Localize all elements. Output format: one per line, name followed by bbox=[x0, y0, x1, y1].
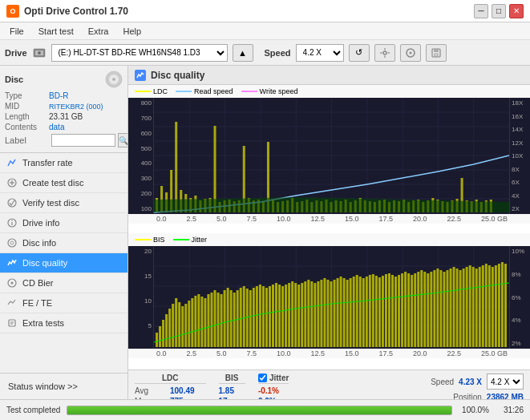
media-button[interactable] bbox=[400, 44, 421, 62]
legend-write-speed: Write speed bbox=[241, 87, 298, 95]
bottom-chart-y-axis-right: 10% 8% 6% 4% 2% bbox=[509, 246, 530, 349]
progress-percent: 100.0% bbox=[459, 406, 489, 414]
svg-rect-183 bbox=[320, 280, 322, 347]
svg-rect-199 bbox=[372, 274, 374, 347]
legend-jitter-color bbox=[173, 239, 189, 240]
svg-rect-187 bbox=[334, 280, 336, 347]
sidebar-item-create-test-disc[interactable]: Create test disc bbox=[0, 173, 127, 193]
svg-rect-152 bbox=[220, 294, 223, 347]
sidebar-item-extra-tests[interactable]: Extra tests bbox=[0, 313, 127, 333]
svg-rect-213 bbox=[417, 272, 419, 347]
close-button[interactable]: ✕ bbox=[509, 4, 524, 18]
eject-button[interactable]: ▲ bbox=[233, 44, 253, 62]
bottom-chart-area: 20 15 10 5 bbox=[128, 246, 530, 349]
svg-rect-145 bbox=[197, 294, 200, 347]
svg-rect-235 bbox=[488, 265, 491, 347]
drive-label: Drive bbox=[5, 48, 27, 58]
svg-rect-220 bbox=[439, 270, 442, 347]
sidebar-item-verify-test-disc[interactable]: Verify test disc bbox=[0, 193, 127, 213]
svg-rect-239 bbox=[501, 262, 504, 347]
sidebar-item-cd-bier[interactable]: CD Bier bbox=[0, 273, 127, 293]
svg-point-3 bbox=[38, 52, 40, 54]
svg-rect-185 bbox=[326, 280, 329, 347]
disc-mid-value: RITEKBR2 (000) bbox=[49, 103, 103, 111]
svg-rect-142 bbox=[188, 301, 190, 347]
svg-rect-223 bbox=[449, 269, 451, 347]
bottom-chart-y-axis-left: 20 15 10 5 bbox=[128, 246, 154, 349]
svg-point-26 bbox=[10, 241, 14, 244]
menu-file[interactable]: File bbox=[3, 25, 30, 38]
svg-rect-214 bbox=[420, 270, 423, 347]
speed-dropdown[interactable]: 4.2 X bbox=[487, 374, 524, 390]
svg-rect-200 bbox=[375, 276, 378, 347]
disc-label-button[interactable]: 🔍 bbox=[118, 133, 128, 147]
sidebar-item-transfer-rate[interactable]: Transfer rate bbox=[0, 153, 127, 173]
svg-rect-219 bbox=[436, 269, 439, 347]
refresh-button[interactable]: ↺ bbox=[349, 44, 370, 62]
svg-rect-52 bbox=[175, 122, 177, 212]
svg-rect-151 bbox=[217, 293, 220, 347]
legend-ldc: LDC bbox=[135, 87, 168, 95]
menu-extra[interactable]: Extra bbox=[82, 25, 115, 38]
svg-rect-208 bbox=[401, 273, 403, 347]
jitter-avg-row: -0.1% bbox=[258, 386, 289, 395]
svg-rect-181 bbox=[314, 283, 316, 347]
svg-rect-29 bbox=[9, 320, 15, 326]
top-chart-svg bbox=[154, 98, 509, 214]
svg-rect-192 bbox=[350, 278, 352, 347]
svg-point-10 bbox=[409, 51, 411, 54]
legend-read-speed-color bbox=[176, 91, 192, 92]
svg-rect-149 bbox=[210, 293, 212, 347]
bottom-chart-legend: BIS Jitter bbox=[128, 233, 530, 246]
menu-start-test[interactable]: Start test bbox=[32, 25, 80, 38]
disc-image-icon bbox=[105, 71, 123, 88]
sidebar-item-disc-quality[interactable]: Disc quality bbox=[0, 253, 127, 273]
svg-rect-140 bbox=[181, 306, 184, 347]
svg-rect-227 bbox=[463, 269, 465, 347]
save-button[interactable] bbox=[426, 44, 447, 62]
svg-rect-13 bbox=[435, 54, 438, 56]
status-window-button[interactable]: Status window >> bbox=[6, 378, 121, 394]
svg-rect-171 bbox=[281, 286, 284, 347]
progress-bar-container bbox=[67, 406, 452, 415]
svg-rect-210 bbox=[407, 273, 410, 347]
svg-rect-195 bbox=[359, 277, 362, 347]
settings-button[interactable] bbox=[374, 44, 395, 62]
svg-rect-173 bbox=[288, 283, 290, 347]
drive-info-icon bbox=[6, 217, 18, 228]
svg-rect-169 bbox=[275, 283, 277, 347]
maximize-button[interactable]: □ bbox=[492, 4, 506, 18]
svg-rect-139 bbox=[178, 302, 180, 347]
svg-rect-203 bbox=[385, 274, 387, 347]
title-bar-left: O Opti Drive Control 1.70 bbox=[6, 5, 128, 18]
top-chart-area: 800 700 600 500 400 300 200 100 bbox=[128, 98, 530, 214]
disc-label-input[interactable] bbox=[51, 134, 115, 147]
svg-rect-182 bbox=[317, 281, 319, 347]
sidebar-item-fe-te[interactable]: FE / TE bbox=[0, 293, 127, 313]
svg-rect-222 bbox=[446, 270, 448, 347]
disc-length-value: 23.31 GB bbox=[49, 112, 83, 121]
ldc-max-row: Max 775 bbox=[135, 397, 206, 399]
menu-help[interactable]: Help bbox=[116, 25, 148, 38]
svg-rect-132 bbox=[156, 333, 158, 347]
sidebar-item-disc-info[interactable]: Disc info bbox=[0, 233, 127, 253]
svg-rect-186 bbox=[330, 281, 332, 347]
disc-type-row: Type BD-R bbox=[5, 91, 123, 100]
svg-rect-134 bbox=[162, 320, 164, 347]
sidebar-item-drive-info[interactable]: Drive info bbox=[0, 213, 127, 233]
svg-rect-233 bbox=[482, 265, 484, 347]
minimize-button[interactable]: ─ bbox=[474, 4, 488, 18]
svg-rect-197 bbox=[366, 277, 368, 347]
extra-tests-icon bbox=[6, 317, 18, 329]
progress-bar-fill bbox=[67, 406, 451, 414]
svg-rect-150 bbox=[214, 290, 216, 347]
svg-rect-188 bbox=[337, 278, 339, 347]
disc-contents-row: Contents data bbox=[5, 123, 123, 131]
drive-selector[interactable]: (E:) HL-DT-ST BD-RE WH16NS48 1.D3 bbox=[51, 44, 228, 62]
svg-rect-168 bbox=[272, 285, 274, 347]
jitter-checkbox[interactable] bbox=[258, 374, 267, 382]
bottom-chart-x-axis: 0.0 2.5 5.0 7.5 10.0 12.5 15.0 17.5 20.0… bbox=[128, 349, 530, 358]
svg-rect-163 bbox=[256, 286, 258, 347]
speed-selector[interactable]: 4.2 X bbox=[296, 44, 344, 62]
jitter-header-row: Jitter bbox=[258, 374, 289, 384]
